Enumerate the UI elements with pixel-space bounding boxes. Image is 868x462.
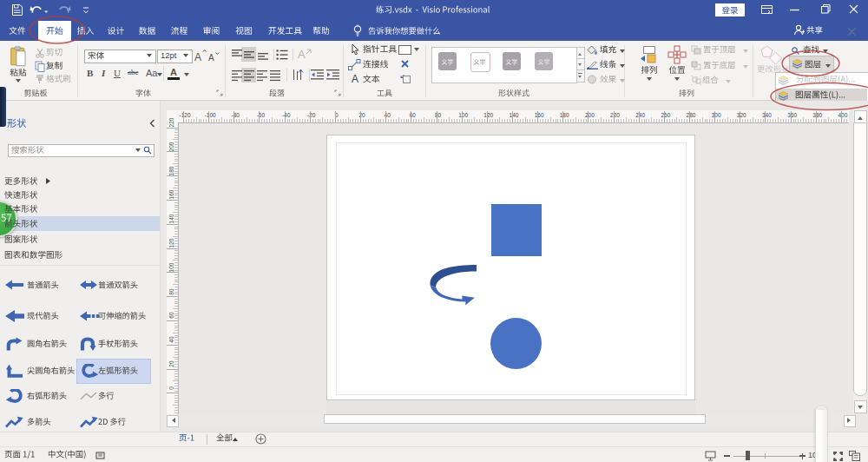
svg-text:A: A (194, 51, 201, 63)
svg-text:A: A (208, 53, 214, 63)
